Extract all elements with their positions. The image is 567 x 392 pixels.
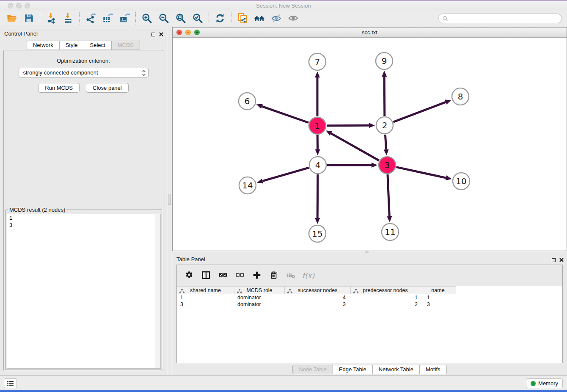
- close-panel-button[interactable]: Close panel: [86, 83, 129, 93]
- mcds-result-list[interactable]: 13: [7, 214, 161, 369]
- trash-icon: [269, 271, 278, 281]
- export-network-button[interactable]: [82, 12, 99, 25]
- graph-edge-3-10[interactable]: [396, 167, 446, 178]
- open-folder-button[interactable]: [3, 12, 20, 25]
- tab-select[interactable]: Select: [84, 41, 112, 50]
- graph-edge-arrowhead-4-3: [372, 163, 377, 168]
- toolbar-separator: [79, 12, 80, 25]
- graph-edge-2-3[interactable]: [385, 135, 386, 149]
- close-panel-icon[interactable]: [159, 30, 163, 38]
- table-cell[interactable]: 2: [351, 301, 420, 308]
- eye-button[interactable]: [285, 12, 302, 25]
- column-header-successor-nodes[interactable]: successor nodes: [285, 287, 351, 294]
- right-area: × − + scc.txt 7968124314101511 Table Pan…: [172, 27, 567, 375]
- close-table-panel-icon[interactable]: [559, 256, 564, 264]
- copy-documents-button[interactable]: [234, 12, 251, 25]
- save-button[interactable]: [20, 12, 37, 25]
- tab-motifs[interactable]: Motifs: [420, 365, 447, 374]
- column-header-shared-name[interactable]: shared name: [177, 287, 234, 294]
- criterion-select[interactable]: strongly connected component: [19, 68, 149, 77]
- trash-button[interactable]: [268, 270, 279, 281]
- window-titlebar: Session: New Session: [0, 1, 567, 11]
- search-box[interactable]: [438, 14, 562, 23]
- table-cell[interactable]: dominator: [234, 301, 285, 308]
- graph-edge-arrowhead-1-6: [256, 104, 263, 109]
- graph-edge-4-14[interactable]: [263, 168, 309, 181]
- desktop-edge-bottom: [0, 390, 567, 392]
- status-bar: Memory: [0, 375, 567, 390]
- graph-edge-3-11[interactable]: [388, 174, 389, 216]
- tab-mcds[interactable]: MCDS: [112, 41, 140, 50]
- graph-edge-arrowhead-3-10: [446, 175, 452, 180]
- zoom-fit-icon: [175, 13, 186, 25]
- export-table-button[interactable]: [99, 12, 116, 25]
- graph-node-label-2: 2: [382, 120, 388, 130]
- graph-edge-3-1[interactable]: [331, 133, 379, 160]
- mcds-result-title: MCDS result (2 nodes): [8, 207, 66, 213]
- table-cell[interactable]: 1: [420, 294, 456, 301]
- clear-all-checkboxes-button[interactable]: [234, 270, 245, 281]
- table-row[interactable]: 3dominator323: [177, 301, 456, 308]
- table-cell[interactable]: dominator: [234, 294, 285, 301]
- vertical-splitter[interactable]: [167, 27, 172, 375]
- table-cell[interactable]: 3: [285, 301, 351, 308]
- eye-icon: [288, 13, 299, 25]
- graph-edge-arrowhead-2-8: [445, 100, 451, 105]
- result-scrollbar[interactable]: [155, 214, 160, 368]
- memory-button[interactable]: Memory: [526, 378, 563, 388]
- gear-button[interactable]: [184, 270, 195, 281]
- add-plus-icon: [252, 271, 261, 281]
- graph-node-label-6: 6: [245, 96, 250, 106]
- export-network-icon: [85, 13, 96, 25]
- table-panel-header: Table Panel: [172, 253, 567, 265]
- split-columns-button[interactable]: [201, 270, 212, 281]
- column-label: successor nodes: [285, 287, 350, 293]
- table-toolbar: f(x): [177, 265, 562, 286]
- graph-edge-4-15[interactable]: [317, 174, 318, 218]
- table-cell[interactable]: 3: [420, 301, 456, 308]
- zoom-check-button[interactable]: [189, 12, 206, 25]
- houses-button[interactable]: [251, 12, 268, 25]
- eye-slash-button[interactable]: [268, 12, 285, 25]
- import-table-button[interactable]: [60, 12, 77, 25]
- select-all-checkboxes-button[interactable]: [217, 270, 228, 281]
- tab-style[interactable]: Style: [60, 41, 84, 50]
- tab-network-table[interactable]: Network Table: [373, 365, 420, 374]
- float-table-panel-icon[interactable]: [552, 258, 556, 262]
- graph-edge-2-9[interactable]: [384, 77, 385, 116]
- run-mcds-button[interactable]: Run MCDS: [38, 83, 80, 93]
- task-history-button[interactable]: [4, 378, 17, 388]
- tab-edge-table[interactable]: Edge Table: [333, 365, 373, 374]
- main-toolbar: [0, 11, 567, 27]
- graph-node-label-14: 14: [242, 180, 253, 190]
- refresh-icon: [215, 13, 226, 25]
- table-cell[interactable]: 3: [177, 301, 234, 308]
- table-row[interactable]: 1dominator411: [177, 294, 456, 301]
- optimization-criterion-label: Optimization criterion:: [4, 58, 163, 64]
- export-image-button[interactable]: [116, 12, 133, 25]
- zoom-in-button[interactable]: [138, 12, 155, 25]
- result-node-item[interactable]: 3: [7, 221, 160, 229]
- column-header-MCDS-role[interactable]: MCDS role: [234, 287, 285, 294]
- column-header-name[interactable]: name: [420, 287, 456, 294]
- result-node-item[interactable]: 1: [7, 214, 160, 221]
- network-canvas[interactable]: 7968124314101511: [173, 38, 567, 251]
- graph-edge-2-8[interactable]: [394, 102, 446, 122]
- table-cell[interactable]: 4: [285, 294, 351, 301]
- network-graph: 7968124314101511: [173, 38, 567, 251]
- tab-node-table[interactable]: Node Table: [292, 365, 333, 374]
- search-input[interactable]: [450, 16, 558, 22]
- float-panel-icon[interactable]: [151, 33, 155, 36]
- graph-edge-1-6[interactable]: [262, 106, 308, 123]
- tab-network[interactable]: Network: [27, 41, 60, 50]
- graph-edge-1-2[interactable]: [327, 125, 369, 126]
- add-plus-button[interactable]: [251, 270, 262, 281]
- table-cell[interactable]: 1: [177, 294, 234, 301]
- table-cell[interactable]: 1: [351, 294, 420, 301]
- zoom-out-button[interactable]: [155, 12, 172, 25]
- refresh-button[interactable]: [212, 12, 228, 25]
- zoom-fit-button[interactable]: [172, 12, 189, 25]
- vertical-splitter-handle[interactable]: [168, 194, 171, 205]
- column-header-predecessor-nodes[interactable]: predecessor nodes: [351, 287, 420, 294]
- import-network-button[interactable]: [43, 12, 60, 25]
